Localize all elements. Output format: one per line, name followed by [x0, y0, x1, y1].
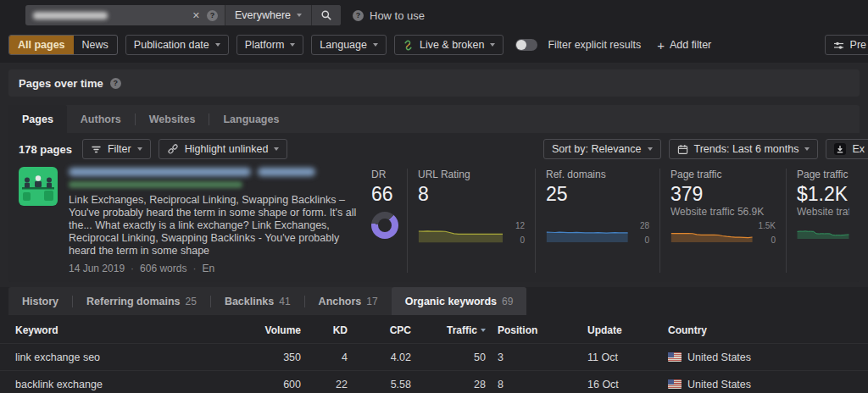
topbar: ✕ ? Everywhere ? How to use — [0, 0, 868, 63]
search-scope-dropdown[interactable]: Everywhere — [225, 5, 311, 25]
blurred-result-url[interactable] — [69, 181, 242, 188]
axis-max: 1.5K — [758, 221, 776, 230]
result-text: Link Exchanges, Reciprocal Linking, Swap… — [69, 167, 368, 274]
header-keyword[interactable]: Keyword — [15, 324, 237, 336]
highlight-unlinked-button[interactable]: Highlight unlinked — [159, 139, 288, 159]
magnifier-icon — [320, 9, 332, 21]
chevron-down-icon — [490, 43, 495, 47]
axis-min: 0 — [758, 235, 776, 245]
cell-keyword[interactable]: backlink exchange — [15, 379, 237, 390]
publication-date-dropdown[interactable]: Publication date — [125, 35, 229, 55]
website-traffic-value-subtitle: Website traffic value $12 — [797, 206, 849, 220]
header-traffic-label: Traffic — [447, 324, 477, 336]
sparkline-chart — [418, 221, 504, 245]
blurred-title-segment — [258, 168, 315, 176]
trends-label: Trends: Last 6 months — [694, 143, 799, 155]
sort-dropdown[interactable]: Sort by: Relevance — [543, 139, 661, 159]
help-circle-icon: ? — [353, 10, 364, 21]
cell-keyword[interactable]: link exchange seo — [15, 351, 237, 363]
header-update[interactable]: Update — [579, 324, 668, 336]
search-help-icon[interactable]: ? — [207, 10, 218, 21]
metric-ref-domains: Ref. domains 25 28 0 — [536, 167, 659, 274]
search-input[interactable] — [25, 5, 186, 25]
result-meta: 14 Jun 2019 · 606 words · En — [69, 263, 368, 274]
filter-bar: All pages News Publication date Platform… — [8, 35, 860, 55]
us-flag-icon — [668, 379, 682, 389]
us-flag-icon — [668, 352, 682, 362]
tab-organic-label: Organic keywords — [405, 296, 497, 307]
tab-history-label: History — [22, 296, 58, 307]
cell-position: 8 — [486, 379, 579, 390]
header-cpc[interactable]: CPC — [348, 324, 411, 336]
scope-label: Everywhere — [235, 9, 291, 21]
presets-button[interactable]: Pre — [825, 35, 868, 55]
result-left: Link Exchanges, Reciprocal Linking, Swap… — [19, 167, 368, 274]
axis-min: 0 — [509, 235, 525, 245]
toggle-knob — [516, 40, 526, 50]
page-traffic-value: 379 — [670, 182, 776, 206]
live-broken-dropdown[interactable]: Live & broken — [394, 35, 504, 55]
country-name: United States — [687, 351, 751, 363]
dr-value: 66 — [371, 182, 407, 206]
tab-anchors[interactable]: Anchors 17 — [305, 287, 392, 315]
how-to-use-link[interactable]: ? How to use — [353, 9, 425, 22]
ref-domains-sparkline: 28 0 — [546, 221, 649, 245]
header-country[interactable]: Country — [668, 324, 868, 336]
explicit-results-toggle[interactable] — [515, 39, 537, 51]
tab-websites[interactable]: Websites — [136, 105, 209, 133]
url-rating-value: 8 — [418, 182, 525, 206]
blurred-title-segment — [69, 168, 251, 176]
platform-dropdown[interactable]: Platform — [236, 35, 304, 55]
export-icon — [834, 143, 846, 155]
header-volume[interactable]: Volume — [237, 324, 301, 336]
cell-kd: 22 — [301, 379, 348, 390]
live-broken-label: Live & broken — [420, 39, 484, 51]
export-button[interactable]: Ex — [826, 139, 868, 159]
add-filter-button[interactable]: + Add filter — [657, 39, 711, 52]
toolbar-right: Sort by: Relevance Trends: Last 6 months — [543, 139, 849, 159]
header-kd[interactable]: KD — [301, 324, 348, 336]
tab-authors[interactable]: Authors — [67, 105, 135, 133]
filter-button[interactable]: Filter — [82, 139, 151, 159]
keywords-table: Keyword Volume KD CPC Traffic Position U… — [0, 318, 868, 393]
header-position[interactable]: Position — [486, 324, 579, 336]
chevron-down-icon — [648, 147, 653, 151]
tab-referring-domains[interactable]: Referring domains 25 — [73, 287, 210, 315]
tab-backlinks[interactable]: Backlinks 41 — [211, 287, 304, 315]
website-traffic-subtitle: Website traffic 56.9K — [670, 206, 776, 220]
tab-languages[interactable]: Languages — [209, 105, 292, 133]
traffic-value-sparkline — [797, 221, 849, 245]
table-row[interactable]: link exchange seo 350 4 4.02 50 3 11 Oct… — [0, 343, 868, 370]
tab-history[interactable]: History — [8, 287, 72, 315]
tab-pages[interactable]: Pages — [8, 105, 67, 133]
info-icon[interactable]: ? — [110, 78, 121, 89]
language-dropdown[interactable]: Language — [311, 35, 387, 55]
clear-search-icon[interactable]: ✕ — [186, 10, 207, 21]
search-button[interactable] — [312, 5, 341, 25]
segment-news[interactable]: News — [74, 36, 117, 54]
cell-cpc: 5.58 — [348, 379, 411, 390]
tab-organic-keywords[interactable]: Organic keywords 69 — [392, 287, 527, 315]
sparkline-axis: 12 0 — [509, 221, 525, 245]
plus-icon: + — [657, 39, 665, 52]
result-thumbnail[interactable] — [19, 167, 58, 206]
trends-dropdown[interactable]: Trends: Last 6 months — [669, 139, 819, 159]
header-traffic[interactable]: Traffic — [411, 324, 486, 336]
table-row[interactable]: backlink exchange 600 22 5.58 28 8 16 Oc… — [0, 370, 868, 393]
page-traffic-sparkline: 1.5K 0 — [670, 221, 776, 245]
chevron-down-icon — [274, 147, 279, 151]
platform-label: Platform — [245, 39, 285, 51]
section-title: Pages over time — [19, 77, 103, 90]
detail-section: History Referring domains 25 Backlinks 4… — [0, 287, 868, 393]
metric-url-rating: URL Rating 8 12 0 — [408, 167, 535, 274]
result-language: En — [202, 263, 214, 274]
result-date: 14 Jun 2019 — [69, 263, 125, 274]
main-tabs: Pages Authors Websites Languages — [8, 105, 860, 133]
metric-domain-rating: DR 66 — [368, 167, 407, 274]
calendar-icon — [677, 144, 688, 155]
export-label: Ex — [852, 143, 865, 155]
ref-domains-value: 25 — [546, 182, 649, 206]
blurred-result-title[interactable] — [69, 168, 368, 176]
segment-all-pages[interactable]: All pages — [9, 36, 74, 54]
cell-traffic: 28 — [411, 379, 486, 390]
